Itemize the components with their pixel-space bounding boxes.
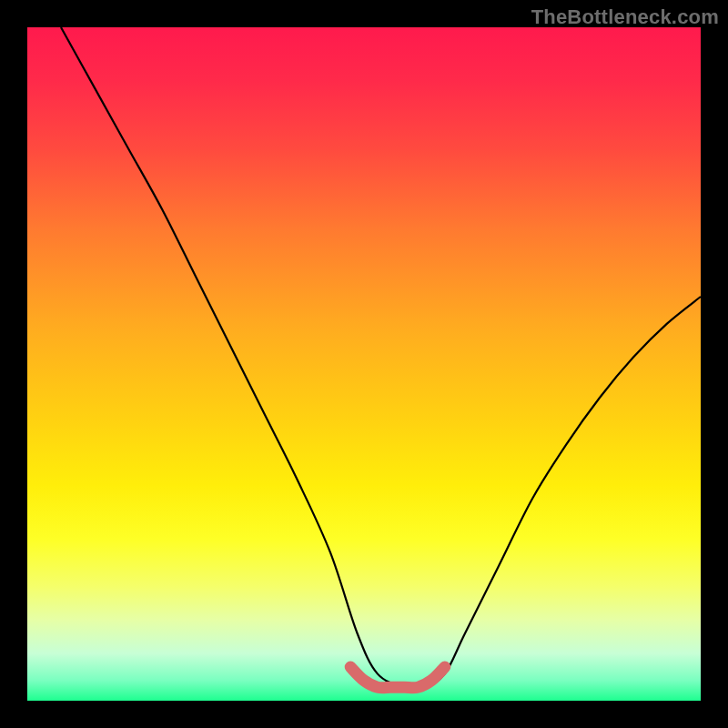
chart-svg bbox=[27, 27, 701, 701]
chart-frame: TheBottleneck.com bbox=[0, 0, 728, 728]
plot-area bbox=[27, 27, 701, 701]
watermark-text: TheBottleneck.com bbox=[531, 5, 719, 29]
black-curve bbox=[61, 27, 701, 689]
red-marker-band bbox=[350, 667, 445, 688]
